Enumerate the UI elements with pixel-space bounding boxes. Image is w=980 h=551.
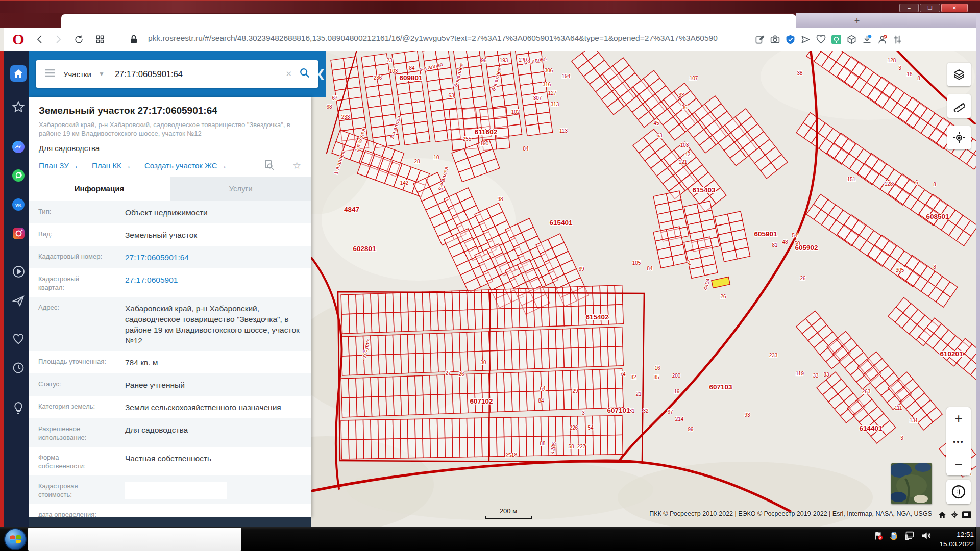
tab-bar: + [0,13,980,28]
sidebar-send-plane-icon[interactable] [10,292,27,310]
sidebar-speed-dial-home-icon[interactable] [10,65,27,82]
show-desktop-button[interactable] [975,527,980,551]
sidebar-player-icon[interactable] [10,263,27,280]
search-category-select[interactable]: Участки [63,70,91,79]
svg-text:82: 82 [630,374,636,380]
plan-kk-link[interactable]: План КК → [92,161,131,170]
search-box: Участки ▼ 27:17:0605901:64 ✕ [36,60,318,88]
sidebar-whatsapp-icon[interactable] [10,167,27,184]
basemap-thumbnail[interactable] [891,463,932,504]
table-row: Площадь уточненная:784 кв. м [29,351,311,373]
sidebar-instagram-icon[interactable] [10,224,27,242]
svg-text:4847: 4847 [344,206,359,213]
ruler-button[interactable] [947,94,971,118]
compass-button[interactable] [946,480,971,504]
clock[interactable]: 12:51 15.03.2022 [939,530,974,549]
svg-text:602801: 602801 [353,245,376,253]
svg-text:8: 8 [933,182,936,187]
row-label: Адрес: [29,303,106,346]
tune-icon[interactable] [890,32,904,46]
sidebar-bulb-icon[interactable] [10,399,27,416]
svg-text:67: 67 [332,95,338,101]
snapshot-camera-icon[interactable] [768,32,782,46]
clock-date: 15.03.2022 [939,539,974,549]
table-row: Кадастровая стоимость: [29,475,311,504]
collapse-panel-icon[interactable]: ❮ [316,67,326,81]
row-label: дата определения: [29,510,106,517]
zoom-out-button[interactable]: − [946,453,971,475]
search-icon[interactable] [299,67,310,81]
network-icon[interactable] [904,531,915,542]
svg-text:10: 10 [433,155,439,160]
svg-text:200: 200 [672,373,681,379]
menu-icon[interactable] [45,69,55,79]
tab-information[interactable]: Информация [29,177,170,201]
sidebar-heart-icon[interactable] [10,331,27,348]
row-value: 784 кв. м [106,357,165,368]
row-value[interactable]: 27:17:0605901:64 [106,252,196,263]
layers-button[interactable] [947,63,971,86]
profile-icon[interactable] [875,32,889,46]
row-label: Кадастровый квартал: [29,274,106,292]
sidebar-history-clock-icon[interactable] [10,359,27,377]
browser-tab[interactable] [61,14,796,28]
svg-text:226: 226 [570,425,578,431]
sidebar-vk-icon[interactable]: VK [10,196,27,213]
clear-search-icon[interactable]: ✕ [285,69,292,79]
svg-text:67: 67 [667,409,673,415]
preview-search-icon[interactable] [264,160,274,171]
zoom-more-button[interactable]: ••• [946,430,971,453]
row-value[interactable]: 27:17:0605901 [106,274,185,292]
bookmark-edit-icon[interactable] [752,32,767,46]
table-row: Тип:Объект недвижимости [29,201,311,223]
svg-text:227: 227 [577,444,586,449]
svg-text:313: 313 [551,102,559,107]
share-send-icon[interactable] [798,32,813,46]
search-input[interactable]: 27:17:0605901:64 [115,69,183,79]
favorite-star-icon[interactable]: ☆ [292,160,301,171]
opera-menu-button[interactable]: O [9,30,28,49]
table-row: Форма собственности:Частная собственност… [29,447,311,475]
heart-icon[interactable] [814,32,828,46]
window-close-button[interactable]: ✕ [941,4,968,12]
cube-icon[interactable] [844,32,859,46]
svg-text:151: 151 [847,177,856,182]
svg-text:8: 8 [917,76,920,81]
svg-text:VK: VK [15,203,22,208]
svg-text:3: 3 [898,65,901,71]
start-button[interactable] [4,528,27,550]
svg-text:615403: 615403 [692,186,716,194]
svg-text:103: 103 [389,68,398,74]
svg-text:93: 93 [744,412,750,418]
svg-text:103: 103 [680,142,689,148]
download-icon[interactable] [860,32,874,46]
window-maximize-button[interactable]: ❐ [920,4,940,12]
zoom-in-button[interactable]: + [946,407,971,430]
volume-icon[interactable] [921,531,931,542]
window-minimize-button[interactable]: – [899,4,919,12]
svg-text:305: 305 [896,267,904,273]
action-center-icon[interactable] [874,531,883,542]
url-text[interactable]: pkk.rosreestr.ru/#/search/48.30239482688… [148,34,718,43]
sidebar-bookmarks-star-icon[interactable] [10,98,27,115]
svg-text:54: 54 [587,425,594,431]
extension-icon[interactable] [829,32,843,46]
svg-text:29: 29 [572,388,578,394]
row-value: Хабаровский край, р-н Хабаровский, садов… [106,303,311,346]
row-value-empty [125,482,227,499]
tab-bar-empty-area [796,13,976,28]
locate-button[interactable] [947,126,971,149]
taskbar-app-button[interactable] [28,528,241,551]
tab-services[interactable]: Услуги [170,177,311,201]
window-titlebar[interactable]: – ❐ ✕ [0,0,980,13]
sidebar-messenger-icon[interactable] [10,138,27,156]
svg-text:1: 1 [688,260,691,266]
vpn-shield-icon[interactable] [783,32,797,46]
tray-app-icon[interactable] [889,531,898,542]
plan-zu-link[interactable]: План ЗУ → [39,161,79,170]
svg-text:263: 263 [862,389,871,394]
create-zhs-link[interactable]: Создать участок ЖС → [144,161,227,170]
new-tab-button[interactable]: + [851,15,863,27]
svg-text:113: 113 [559,128,568,134]
chevron-down-icon[interactable]: ▼ [99,70,105,78]
